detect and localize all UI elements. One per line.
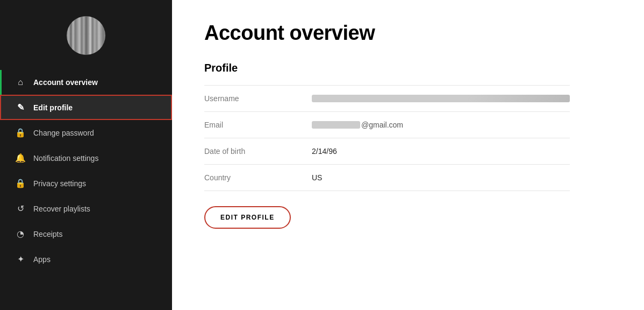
- edit-icon: ✎: [15, 102, 26, 112]
- sidebar-item-privacy-settings[interactable]: 🔒 Privacy settings: [0, 171, 172, 196]
- profile-row-username: Username: [204, 85, 570, 112]
- clock-icon: ◔: [15, 229, 26, 239]
- home-icon: ⌂: [15, 78, 26, 87]
- avatar: [67, 16, 105, 55]
- sidebar-item-label: Edit profile: [33, 103, 73, 112]
- sidebar-item-change-password[interactable]: 🔒 Change password: [0, 120, 172, 145]
- privacy-lock-icon: 🔒: [15, 178, 26, 188]
- sidebar: ⌂ Account overview ✎ Edit profile 🔒 Chan…: [0, 0, 172, 310]
- sidebar-item-receipts[interactable]: ◔ Receipts: [0, 221, 172, 246]
- username-label: Username: [204, 94, 312, 103]
- profile-row-country: Country US: [204, 165, 570, 191]
- profile-row-dob: Date of birth 2/14/96: [204, 138, 570, 165]
- sidebar-item-label: Account overview: [33, 78, 98, 87]
- sidebar-item-label: Notification settings: [33, 154, 98, 163]
- email-blurred-part: [312, 121, 360, 129]
- edit-profile-button[interactable]: EDIT PROFILE: [204, 206, 291, 229]
- dob-label: Date of birth: [204, 147, 312, 156]
- bell-icon: 🔔: [15, 153, 26, 163]
- sidebar-item-notification-settings[interactable]: 🔔 Notification settings: [0, 145, 172, 171]
- profile-table: Username Email @gmail.com Date of birth …: [204, 85, 570, 191]
- username-value: [312, 95, 570, 102]
- email-label: Email: [204, 121, 312, 129]
- sidebar-item-label: Apps: [33, 255, 51, 264]
- page-title: Account overview: [204, 22, 612, 45]
- sidebar-item-label: Change password: [33, 129, 94, 137]
- sidebar-item-edit-profile[interactable]: ✎ Edit profile: [0, 95, 172, 120]
- sidebar-item-account-overview[interactable]: ⌂ Account overview: [0, 70, 172, 95]
- profile-section-title: Profile: [204, 62, 612, 74]
- dob-value: 2/14/96: [312, 147, 570, 156]
- sidebar-item-recover-playlists[interactable]: ↺ Recover playlists: [0, 196, 172, 221]
- nav-menu: ⌂ Account overview ✎ Edit profile 🔒 Chan…: [0, 70, 172, 272]
- sidebar-item-label: Recover playlists: [33, 205, 90, 213]
- main-content: Account overview Profile Username Email …: [172, 0, 644, 310]
- apps-icon: ✦: [15, 254, 26, 264]
- country-value: US: [312, 173, 570, 182]
- lock-icon: 🔒: [15, 128, 26, 138]
- country-label: Country: [204, 173, 312, 182]
- sidebar-item-label: Receipts: [33, 230, 62, 238]
- recover-icon: ↺: [15, 203, 26, 214]
- email-value: @gmail.com: [312, 121, 570, 129]
- sidebar-item-apps[interactable]: ✦ Apps: [0, 246, 172, 272]
- email-suffix: @gmail.com: [361, 121, 403, 129]
- sidebar-item-label: Privacy settings: [33, 179, 86, 188]
- profile-row-email: Email @gmail.com: [204, 112, 570, 138]
